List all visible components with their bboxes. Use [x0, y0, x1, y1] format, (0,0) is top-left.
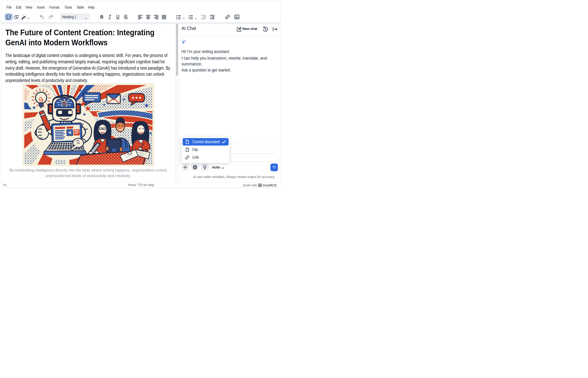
svg-text:3: 3	[188, 17, 189, 20]
